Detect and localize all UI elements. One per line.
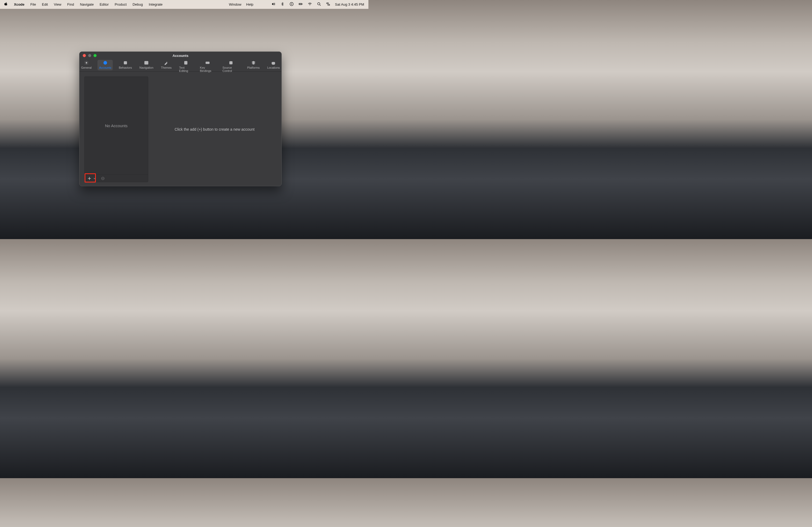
svg-point-20 <box>208 62 208 63</box>
bluetooth-icon[interactable] <box>280 2 285 7</box>
menu-editor[interactable]: Editor <box>100 2 109 6</box>
volume-icon[interactable] <box>271 2 276 7</box>
menu-navigate[interactable]: Navigate <box>80 2 94 6</box>
svg-point-7 <box>327 3 327 3</box>
tab-label-navigation: Navigation <box>139 66 153 69</box>
tab-accounts[interactable]: @ Accounts <box>98 60 113 70</box>
menubar-clock[interactable]: Sat Aug 3 4:45 PM <box>335 2 364 6</box>
titlebar: Accounts <box>79 52 281 59</box>
svg-point-4 <box>317 3 320 5</box>
menu-window[interactable]: Window <box>229 2 242 6</box>
svg-text:@: @ <box>104 61 106 64</box>
playback-icon[interactable] <box>289 2 294 7</box>
chevron-down-icon[interactable] <box>93 176 96 181</box>
menu-product[interactable]: Product <box>115 2 127 6</box>
tab-label-themes: Themes <box>161 66 172 69</box>
tab-label-locations: Locations <box>267 66 280 69</box>
tab-behaviors[interactable]: Behaviors <box>117 60 133 70</box>
pref-toolbar: General @ Accounts Behaviors Navigation … <box>79 59 281 72</box>
accounts-empty-label: No Accounts <box>105 123 128 128</box>
svg-point-23 <box>272 62 275 63</box>
tab-label-accounts: Accounts <box>99 66 111 69</box>
accounts-sidebar: No Accounts <box>84 76 148 182</box>
preferences-window: Accounts General @ Accounts Behaviors Na… <box>79 51 282 186</box>
wifi-icon[interactable] <box>308 2 312 7</box>
accounts-list: No Accounts <box>85 77 148 175</box>
tab-themes[interactable]: Themes <box>159 60 173 70</box>
menubar: Xcode File Edit View Find Navigate Edito… <box>0 0 368 9</box>
svg-line-5 <box>320 5 321 6</box>
close-button[interactable] <box>83 54 86 57</box>
svg-rect-21 <box>207 63 208 63</box>
svg-rect-14 <box>145 61 148 64</box>
tab-label-general: General <box>81 66 91 69</box>
accounts-hint: Click the add (+) button to create a new… <box>175 127 255 132</box>
accounts-detail: Click the add (+) button to create a new… <box>153 76 277 182</box>
zoom-button[interactable] <box>93 54 97 57</box>
svg-point-19 <box>207 62 208 63</box>
tab-navigation[interactable]: Navigation <box>138 60 155 70</box>
menu-edit[interactable]: Edit <box>42 2 48 6</box>
traffic-lights <box>83 54 97 57</box>
apple-menu-icon[interactable] <box>4 2 8 7</box>
pref-body: No Accounts Click the add (+) button to … <box>79 72 281 186</box>
tab-general[interactable]: General <box>79 60 93 70</box>
control-center-icon[interactable] <box>326 2 330 7</box>
minimize-button[interactable] <box>88 54 91 57</box>
tab-label-platforms: Platforms <box>247 66 259 69</box>
menu-debug[interactable]: Debug <box>133 2 143 6</box>
menu-help[interactable]: Help <box>246 2 253 6</box>
svg-rect-3 <box>302 4 302 4</box>
tab-platforms[interactable]: Platforms <box>245 60 261 70</box>
add-account-button[interactable] <box>86 176 93 181</box>
battery-icon[interactable] <box>299 2 303 7</box>
svg-point-17 <box>206 62 206 63</box>
window-title: Accounts <box>172 54 188 58</box>
accounts-footer <box>85 175 148 182</box>
menu-find[interactable]: Find <box>67 2 74 6</box>
svg-point-10 <box>86 62 87 64</box>
menu-file[interactable]: File <box>30 2 36 6</box>
menu-integrate[interactable]: Integrate <box>149 2 162 6</box>
menu-view[interactable]: View <box>54 2 61 6</box>
svg-rect-16 <box>206 62 209 64</box>
remove-account-button <box>99 176 106 181</box>
tab-label-behaviors: Behaviors <box>119 66 132 69</box>
spotlight-icon[interactable] <box>317 2 321 7</box>
svg-point-9 <box>329 4 329 5</box>
tab-locations[interactable]: Locations <box>265 60 281 70</box>
svg-point-18 <box>207 62 207 63</box>
menubar-app[interactable]: Xcode <box>14 2 25 6</box>
